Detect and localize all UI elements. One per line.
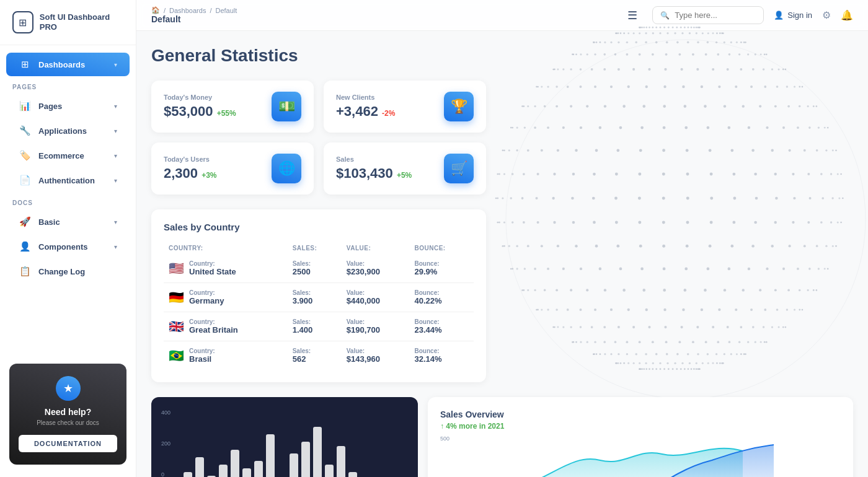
stat-value-money: $53,000 +55%	[164, 103, 236, 120]
applications-icon: 🔧	[19, 125, 31, 136]
bar	[348, 472, 357, 477]
ecommerce-icon: 🏷️	[19, 150, 31, 161]
flag-icon: 🇺🇸	[169, 261, 184, 276]
chevron-down-icon: ▾	[114, 103, 117, 110]
help-title: Need help?	[19, 407, 117, 417]
y-label-200: 200	[161, 440, 170, 447]
stats-cards-area: Today's Money $53,000 +55% 💵 New Clients	[151, 81, 486, 195]
topbar: 🏠 / Dashboards / Default Default ☰ 🔍 👤 S…	[136, 0, 868, 31]
chevron-down-icon: ▾	[114, 61, 117, 68]
current-page-label: Default	[151, 14, 613, 24]
sidebar-item-label: Components	[38, 242, 107, 252]
search-input[interactable]	[675, 11, 756, 20]
bar-chart	[164, 414, 405, 477]
signin-button[interactable]: 👤 Sign in	[774, 11, 812, 20]
sidebar-item-label: Authentication	[38, 176, 107, 185]
bar-chart-card: 0 200 400 400 200 0	[151, 397, 418, 477]
breadcrumb: 🏠 / Dashboards / Default Default	[151, 6, 613, 24]
table-row: 🇬🇧 Country: Great Britain Sales: 1.400 V…	[164, 312, 474, 341]
bar	[313, 427, 322, 477]
country-chart-row: Sales by Country Country: Sales: Value: …	[151, 209, 853, 395]
breadcrumb-path: 🏠 / Dashboards / Default	[151, 6, 613, 14]
stat-label-sales: Sales	[336, 155, 412, 163]
pages-section-label: PAGES	[0, 77, 136, 93]
chevron-down-icon: ▾	[114, 152, 117, 159]
sidebar-logo: ⊞ Soft UI Dashboard PRO	[0, 0, 136, 45]
sidebar: ⊞ Soft UI Dashboard PRO ⊞ Dashboards ▾ P…	[0, 0, 136, 477]
bar	[290, 453, 298, 477]
sales-overview-subtitle: 4% more in 2021	[446, 422, 504, 431]
bar	[301, 442, 310, 477]
help-subtitle: Please check our docs	[19, 419, 117, 426]
col-header-value: Value:	[342, 242, 410, 254]
sidebar-item-dashboards[interactable]: ⊞ Dashboards ▾	[6, 53, 130, 76]
sidebar-item-label: Applications	[38, 126, 107, 136]
stat-change-money: +55%	[217, 109, 236, 118]
stat-info-money: Today's Money $53,000 +55%	[164, 94, 236, 120]
sidebar-item-label: Dashboards	[38, 60, 107, 69]
docs-section-label: DOCS	[0, 193, 136, 209]
stat-label-money: Today's Money	[164, 94, 236, 101]
country-table: Country: Sales: Value: Bounce: 🇺🇸 Countr…	[164, 242, 474, 370]
sidebar-item-ecommerce[interactable]: 🏷️ Ecommerce ▾	[6, 144, 130, 167]
dashboards-icon: ⊞	[19, 59, 31, 70]
signin-label: Sign in	[787, 11, 812, 20]
globe-spacer	[486, 81, 853, 195]
stat-value-users: 2,300 +3%	[164, 165, 217, 182]
charts-row: 0 200 400 400 200 0 Sales Overview	[151, 397, 853, 477]
search-box[interactable]: 🔍	[652, 6, 764, 24]
bar	[266, 434, 275, 477]
sales-chart-svg	[459, 435, 841, 477]
chevron-down-icon: ▾	[114, 128, 117, 134]
sales-chart-area: 500 400	[440, 435, 841, 477]
sidebar-item-pages[interactable]: 📊 Pages ▾	[6, 94, 130, 118]
right-spacer	[496, 209, 853, 395]
stat-info-users: Today's Users 2,300 +3%	[164, 155, 217, 182]
stat-info-sales: Sales $103,430 +5%	[336, 155, 412, 182]
content-globe-wrapper: General Statistics Today's Money $53,000…	[151, 46, 853, 477]
page-content: General Statistics Today's Money $53,000…	[136, 31, 868, 477]
bar	[231, 450, 239, 477]
sidebar-item-changelog[interactable]: 📋 Change Log	[6, 260, 130, 283]
bell-icon[interactable]: 🔔	[841, 9, 853, 21]
table-row: 🇧🇷 Country: Brasil Sales: 562 Value: $14…	[164, 341, 474, 370]
components-icon: 👤	[19, 241, 31, 252]
sidebar-item-components[interactable]: 👤 Components ▾	[6, 235, 130, 258]
breadcrumb-section: Dashboards	[169, 7, 206, 14]
stat-icon-sales: 🛒	[444, 154, 474, 183]
chevron-down-icon: ▾	[114, 177, 117, 184]
stat-icon-users: 🌐	[272, 154, 301, 183]
stat-card-sales: Sales $103,430 +5% 🛒	[324, 142, 486, 195]
auth-icon: 📄	[19, 175, 31, 186]
pages-icon: 📊	[19, 100, 31, 112]
home-icon: 🏠	[151, 6, 160, 14]
col-header-country: Country:	[164, 242, 288, 254]
stats-row: Today's Money $53,000 +55% 💵 New Clients	[151, 81, 853, 195]
settings-icon[interactable]: ⚙	[822, 9, 831, 21]
stat-card-users: Today's Users 2,300 +3% 🌐	[151, 142, 314, 195]
stat-change-clients: -2%	[382, 109, 395, 118]
sales-by-country-title: Sales by Country	[164, 222, 474, 232]
col-header-sales: Sales:	[288, 242, 342, 254]
bar	[184, 472, 192, 477]
bar	[195, 457, 204, 477]
stat-label-clients: New Clients	[336, 94, 395, 101]
sales-by-country-card: Sales by Country Country: Sales: Value: …	[151, 209, 486, 382]
arrow-up-icon: ↑	[440, 422, 444, 431]
sidebar-item-basic[interactable]: 🚀 Basic ▾	[6, 210, 130, 234]
bar	[325, 465, 334, 477]
main-area: 🏠 / Dashboards / Default Default ☰ 🔍 👤 S…	[136, 0, 868, 477]
documentation-button[interactable]: DOCUMENTATION	[19, 435, 117, 452]
changelog-icon: 📋	[19, 266, 31, 277]
sidebar-item-authentication[interactable]: 📄 Authentication ▾	[6, 168, 130, 192]
table-row: 🇺🇸 Country: United State Sales: 2500 Val…	[164, 254, 474, 283]
chevron-down-icon: ▾	[114, 219, 117, 225]
flag-icon: 🇬🇧	[169, 319, 184, 334]
hamburger-icon[interactable]: ☰	[627, 9, 637, 22]
stat-change-users: +3%	[202, 171, 216, 180]
bar	[337, 446, 345, 477]
bar	[242, 468, 251, 477]
stat-value-sales: $103,430 +5%	[336, 165, 412, 182]
sidebar-item-applications[interactable]: 🔧 Applications ▾	[6, 119, 130, 142]
search-icon: 🔍	[660, 11, 670, 20]
